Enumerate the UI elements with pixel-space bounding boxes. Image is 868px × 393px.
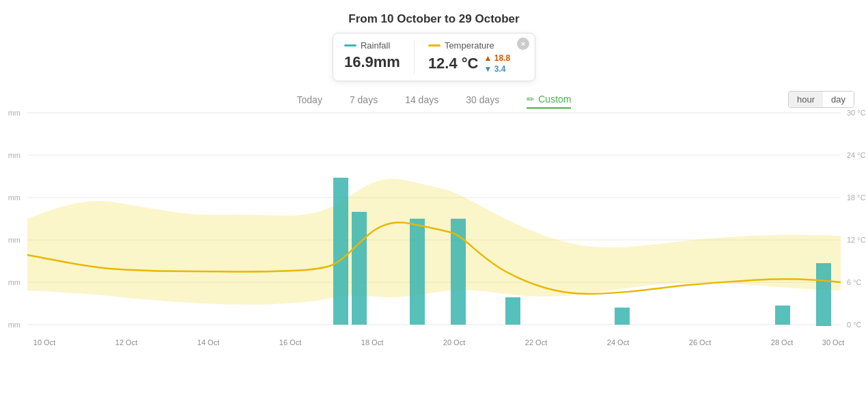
svg-text:12 °C: 12 °C xyxy=(847,236,866,244)
pencil-icon: ✏ xyxy=(527,94,535,105)
rainfall-bar-24oct xyxy=(615,308,630,325)
tooltip-close-button[interactable]: × xyxy=(517,38,529,50)
svg-text:12 Oct: 12 Oct xyxy=(115,338,137,347)
svg-text:6 °C: 6 °C xyxy=(847,278,862,286)
chart-svg-container: mm mm mm mm mm mm 30 °C 24 °C 18 °C 12 °… xyxy=(27,113,827,368)
rainfall-line-icon xyxy=(344,44,356,46)
svg-text:28 Oct: 28 Oct xyxy=(771,338,793,347)
period-btn-today[interactable]: Today xyxy=(297,92,322,108)
rainfall-bar-29oct-base xyxy=(816,325,831,326)
svg-text:18 Oct: 18 Oct xyxy=(361,338,383,347)
rainfall-label: Rainfall xyxy=(344,40,400,51)
rainfall-bar-29oct xyxy=(816,263,831,325)
svg-text:16 Oct: 16 Oct xyxy=(279,338,301,347)
svg-text:0 °C: 0 °C xyxy=(847,321,862,329)
resolution-day-button[interactable]: day xyxy=(823,92,854,107)
chart-outer: mm mm mm mm mm mm 30 °C 24 °C 18 °C 12 °… xyxy=(0,113,868,368)
period-selector-row: Today 7 days 14 days 30 days ✏ Custom ho… xyxy=(0,91,868,109)
svg-text:mm: mm xyxy=(8,236,20,244)
period-btn-30days[interactable]: 30 days xyxy=(466,92,499,108)
svg-text:24 Oct: 24 Oct xyxy=(607,338,629,347)
svg-text:18 °C: 18 °C xyxy=(847,193,866,202)
rainfall-section: Rainfall 16.9mm xyxy=(344,40,415,74)
svg-text:22 Oct: 22 Oct xyxy=(525,338,547,347)
temperature-label: Temperature xyxy=(428,40,510,51)
svg-text:mm: mm xyxy=(8,109,20,117)
period-btn-14days[interactable]: 14 days xyxy=(405,92,438,108)
rainfall-value: 16.9mm xyxy=(344,53,400,71)
svg-text:30 °C: 30 °C xyxy=(847,109,866,117)
rainfall-bar-19oct xyxy=(410,219,425,325)
svg-text:mm: mm xyxy=(8,321,20,329)
rainfall-bar-17oct xyxy=(333,178,348,325)
svg-text:20 Oct: 20 Oct xyxy=(443,338,465,347)
period-btn-7days[interactable]: 7 days xyxy=(350,92,378,108)
rainfall-bar-21oct xyxy=(505,297,520,325)
svg-text:24 °C: 24 °C xyxy=(847,151,866,159)
temp-minmax: ▲ 18.8 ▼ 3.4 xyxy=(484,53,511,74)
svg-text:mm: mm xyxy=(8,151,20,159)
tooltip-card: Rainfall 16.9mm Temperature 12.4 °C ▲ 18… xyxy=(333,33,535,81)
temperature-value: 12.4 °C ▲ 18.8 ▼ 3.4 xyxy=(428,53,510,74)
rainfall-bar-18oct-a xyxy=(352,212,367,325)
svg-text:30 Oct: 30 Oct xyxy=(822,338,844,347)
resolution-toggle: hour day xyxy=(788,91,854,108)
svg-text:mm: mm xyxy=(8,278,20,286)
temperature-line-icon xyxy=(428,44,440,46)
svg-text:14 Oct: 14 Oct xyxy=(197,338,219,347)
svg-text:10 Oct: 10 Oct xyxy=(33,338,55,347)
temperature-section: Temperature 12.4 °C ▲ 18.8 ▼ 3.4 xyxy=(415,40,524,74)
svg-text:26 Oct: 26 Oct xyxy=(689,338,711,347)
rainfall-bar-28oct xyxy=(775,306,790,325)
page-title: From 10 October to 29 October xyxy=(0,0,868,26)
resolution-hour-button[interactable]: hour xyxy=(789,92,823,107)
rainfall-bar-20oct xyxy=(451,219,466,325)
period-btn-custom[interactable]: ✏ Custom xyxy=(527,91,571,109)
svg-text:mm: mm xyxy=(8,193,20,202)
chart-svg: mm mm mm mm mm mm 30 °C 24 °C 18 °C 12 °… xyxy=(27,113,841,366)
